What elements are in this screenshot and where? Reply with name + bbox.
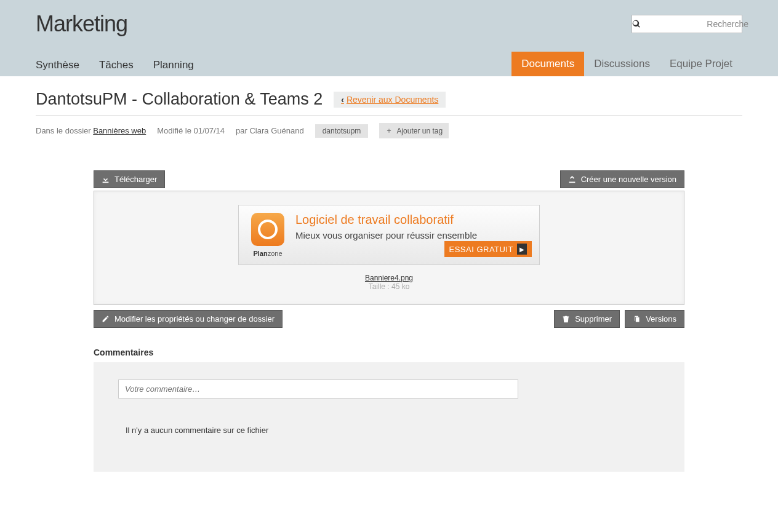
upload-icon: [568, 175, 576, 183]
banner-subline: Mieux vous organiser pour réussir ensemb…: [295, 229, 532, 242]
page-title: DantotsuPM - Collaboration & Teams 2: [36, 90, 323, 109]
delete-label: Supprimer: [575, 314, 612, 324]
app-title: Marketing: [36, 11, 127, 37]
tag-dantotsupm[interactable]: dantotsupm: [315, 124, 369, 138]
banner-brand: Planzone: [253, 250, 282, 257]
banner-cta-label: ESSAI GRATUIT: [449, 245, 514, 254]
add-tag-button[interactable]: ＋ Ajouter un tag: [379, 123, 449, 138]
no-comments-text: Il n'y a aucun commentaire sur ce fichie…: [126, 426, 660, 435]
download-icon: [102, 175, 110, 183]
pencil-icon: [102, 315, 110, 323]
nav-left: Synthèse Tâches Planning: [36, 54, 194, 76]
delete-button[interactable]: Supprimer: [554, 310, 620, 328]
trash-icon: [562, 315, 570, 323]
plus-icon: ＋: [385, 125, 393, 136]
folder-prefix: Dans le dossier: [36, 126, 93, 135]
search-icon: [632, 20, 641, 28]
file-name-link[interactable]: Banniere4.png: [108, 274, 670, 282]
new-version-label: Créer une nouvelle version: [581, 175, 676, 184]
nav-documents[interactable]: Documents: [511, 52, 584, 76]
chevron-left-icon: ‹: [341, 95, 344, 105]
nav-right: Documents Discussions Equipe Projet: [511, 52, 742, 76]
download-button[interactable]: Télécharger: [94, 170, 165, 188]
header: Marketing Synthèse Tâches Planning Docum…: [0, 0, 778, 76]
comments-box: Il n'y a aucun commentaire sur ce fichie…: [94, 362, 684, 472]
copy-icon: [633, 315, 641, 323]
modify-label: Modifier les propriétés ou changer de do…: [114, 314, 275, 324]
banner-logo-icon: [251, 213, 284, 246]
folder-link[interactable]: Bannières web: [93, 126, 146, 135]
nav-discussions[interactable]: Discussions: [584, 52, 660, 76]
download-label: Télécharger: [114, 175, 157, 184]
nav-taches[interactable]: Tâches: [99, 54, 134, 76]
back-label: Revenir aux Documents: [347, 95, 438, 105]
search-input[interactable]: [641, 19, 755, 29]
banner-headline: Logiciel de travail collaboratif: [295, 213, 532, 227]
page-title-row: DantotsuPM - Collaboration & Teams 2 ‹ R…: [36, 76, 742, 116]
modify-properties-button[interactable]: Modifier les propriétés ou changer de do…: [94, 310, 283, 328]
add-tag-label: Ajouter un tag: [396, 127, 443, 135]
comment-input[interactable]: [118, 379, 518, 399]
arrow-right-icon: ▶: [517, 244, 527, 255]
versions-label: Versions: [646, 314, 676, 324]
modified-date: Modifié le 01/07/14: [157, 126, 225, 135]
meta-row: Dans le dossier Bannières web Modifié le…: [36, 116, 742, 146]
nav-synthese[interactable]: Synthèse: [36, 54, 79, 76]
preview-box: Planzone Logiciel de travail collaborati…: [94, 191, 684, 305]
banner-cta: ESSAI GRATUIT ▶: [444, 241, 532, 257]
back-to-documents-link[interactable]: ‹ Revenir aux Documents: [334, 92, 446, 108]
file-size: Taille : 45 ko: [108, 282, 670, 291]
nav-equipe[interactable]: Equipe Projet: [660, 52, 742, 76]
versions-button[interactable]: Versions: [625, 310, 684, 328]
new-version-button[interactable]: Créer une nouvelle version: [560, 170, 684, 188]
banner-preview: Planzone Logiciel de travail collaborati…: [238, 205, 540, 265]
search-box[interactable]: [632, 15, 742, 33]
author: par Clara Guénand: [236, 126, 304, 135]
nav-planning[interactable]: Planning: [153, 54, 194, 76]
comments-title: Commentaires: [94, 347, 684, 357]
